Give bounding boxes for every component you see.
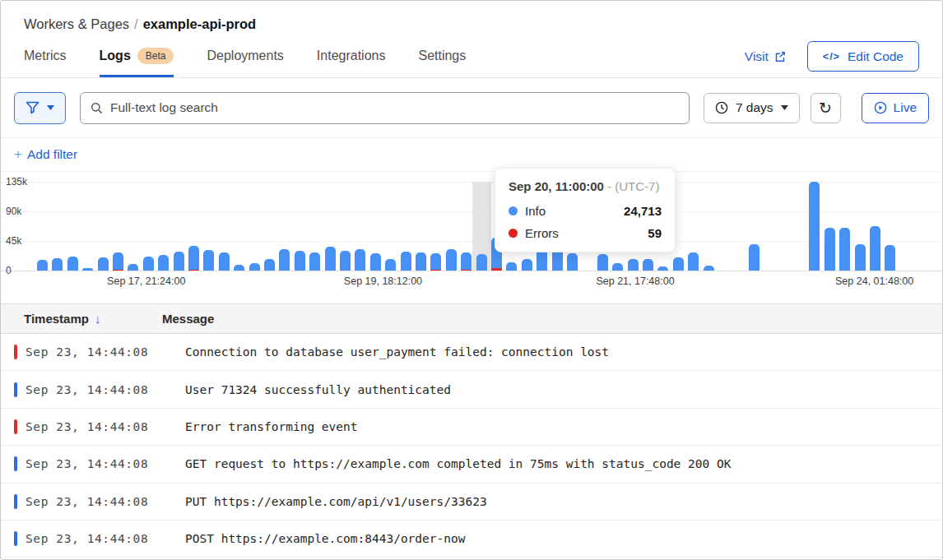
chart-bar[interactable]: [688, 252, 699, 271]
chart-plot: [1, 182, 942, 271]
table-row[interactable]: Sep 23, 14:44:08 Error transforming even…: [1, 409, 942, 446]
visit-link[interactable]: Visit: [745, 49, 786, 64]
workers-logs-page: Workers & Pages/example-api-prod Metrics…: [0, 0, 943, 560]
table-row[interactable]: Sep 23, 14:44:08 User 71324 successfully…: [1, 371, 942, 408]
tab-integrations-label: Integrations: [317, 49, 386, 63]
error-dot-icon: [509, 229, 518, 238]
chart-bar[interactable]: [885, 245, 895, 271]
chart-bar[interactable]: [643, 259, 653, 271]
log-volume-chart: 045k90k135k Sep 17, 21:24:00Sep 19, 18:1…: [1, 172, 942, 295]
chart-bar[interactable]: [309, 252, 320, 271]
chart-bar[interactable]: [870, 226, 880, 271]
chart-bar[interactable]: [855, 244, 866, 271]
info-dot-icon: [509, 206, 518, 215]
chart-bar[interactable]: [839, 228, 850, 271]
log-timestamp: Sep 23, 14:44:08: [26, 420, 185, 433]
tab-metrics-label: Metrics: [24, 49, 67, 63]
add-filter-button[interactable]: + Add filter: [14, 146, 77, 163]
tab-deployments[interactable]: Deployments: [207, 32, 283, 77]
filter-dropdown-button[interactable]: [14, 92, 66, 124]
refresh-button[interactable]: ↻: [811, 93, 841, 123]
chart-bar-error-segment: [430, 270, 441, 271]
chevron-down-icon: [781, 105, 788, 110]
chart-bar[interactable]: [234, 265, 244, 271]
chart-x-axis: Sep 17, 21:24:00Sep 19, 18:12:00Sep 21, …: [1, 275, 942, 290]
tooltip-errors-label: Errors: [525, 226, 559, 240]
chart-bar[interactable]: [249, 263, 260, 271]
chart-bar[interactable]: [461, 252, 472, 271]
chart-bar[interactable]: [416, 252, 426, 271]
play-circle-icon: [874, 101, 887, 114]
chart-bar[interactable]: [401, 252, 411, 271]
chart-bar[interactable]: [128, 264, 138, 271]
refresh-icon: ↻: [819, 99, 832, 118]
chart-bar[interactable]: [98, 257, 109, 271]
table-row[interactable]: Sep 23, 14:44:08 PUT https://example.com…: [1, 484, 942, 521]
visit-link-label: Visit: [745, 49, 769, 64]
chart-bar[interactable]: [446, 249, 457, 271]
log-timestamp: Sep 23, 14:44:08: [26, 495, 185, 508]
chart-bar[interactable]: [82, 268, 93, 271]
breadcrumb-section[interactable]: Workers & Pages: [24, 16, 129, 31]
edit-code-label: Edit Code: [848, 49, 904, 64]
chart-bar[interactable]: [476, 254, 487, 271]
log-timestamp: Sep 23, 14:44:08: [26, 532, 185, 545]
chart-bar[interactable]: [174, 252, 184, 271]
log-table-header: Timestamp ↓ Message: [1, 303, 942, 334]
chart-bar[interactable]: [506, 262, 517, 271]
chart-bar[interactable]: [188, 246, 199, 271]
chart-bar[interactable]: [113, 252, 123, 271]
chart-bar[interactable]: [143, 257, 154, 271]
chart-y-axis: 045k90k135k: [1, 182, 34, 271]
chart-bar[interactable]: [522, 259, 532, 271]
chart-bar[interactable]: [628, 259, 639, 271]
chart-bar[interactable]: [430, 253, 441, 271]
chart-bar[interactable]: [657, 266, 668, 271]
chart-bar[interactable]: [279, 249, 290, 271]
chart-bar[interactable]: [203, 250, 214, 271]
y-axis-label: 0: [6, 265, 12, 276]
external-link-icon: [774, 51, 786, 62]
edit-code-button[interactable]: </> Edit Code: [807, 41, 919, 72]
chart-bar[interactable]: [749, 244, 760, 271]
log-message: PUT https://example.com/api/v1/users/336…: [185, 495, 487, 508]
tab-logs[interactable]: Logs Beta: [100, 32, 174, 77]
chart-bar[interactable]: [704, 266, 714, 271]
chart-bar[interactable]: [825, 228, 835, 271]
chart-bar[interactable]: [295, 251, 305, 271]
chart-bar[interactable]: [612, 263, 623, 271]
chart-bar[interactable]: [340, 251, 351, 271]
tooltip-separator: -: [607, 179, 611, 193]
search-input[interactable]: [110, 100, 679, 115]
chart-bar[interactable]: [325, 247, 336, 271]
tooltip-timezone: (UTC-7): [615, 179, 659, 193]
chart-bar[interactable]: [355, 249, 365, 271]
table-row[interactable]: Sep 23, 14:44:08 POST https://example.co…: [1, 521, 942, 558]
chart-bar[interactable]: [537, 249, 547, 271]
tooltip-info-row: Info 24,713: [509, 204, 662, 218]
chart-bar[interactable]: [385, 259, 396, 271]
chart-bar[interactable]: [264, 259, 275, 271]
tooltip-info-value: 24,713: [624, 204, 662, 218]
chart-bar[interactable]: [37, 260, 48, 271]
chart-bar[interactable]: [567, 253, 578, 271]
tab-metrics[interactable]: Metrics: [24, 32, 67, 77]
x-axis-label: Sep 17, 21:24:00: [107, 275, 185, 287]
chart-bar[interactable]: [597, 254, 608, 271]
chart-bar[interactable]: [370, 253, 381, 271]
chart-bar[interactable]: [219, 252, 230, 271]
table-row[interactable]: Sep 23, 14:44:08 Connection to database …: [1, 334, 942, 371]
search-icon: [91, 102, 103, 114]
chart-bar[interactable]: [809, 182, 820, 271]
chart-bar[interactable]: [52, 258, 63, 271]
chart-bar[interactable]: [67, 257, 78, 271]
time-range-dropdown[interactable]: 7 days: [704, 93, 800, 123]
column-header-timestamp[interactable]: Timestamp ↓: [1, 312, 162, 326]
funnel-icon: [26, 101, 39, 114]
tab-settings[interactable]: Settings: [418, 32, 466, 77]
chart-bar[interactable]: [158, 255, 169, 271]
live-button[interactable]: Live: [862, 93, 929, 123]
chart-bar[interactable]: [673, 257, 684, 271]
tab-integrations[interactable]: Integrations: [317, 32, 386, 77]
table-row[interactable]: Sep 23, 14:44:08 GET request to https://…: [1, 446, 942, 483]
